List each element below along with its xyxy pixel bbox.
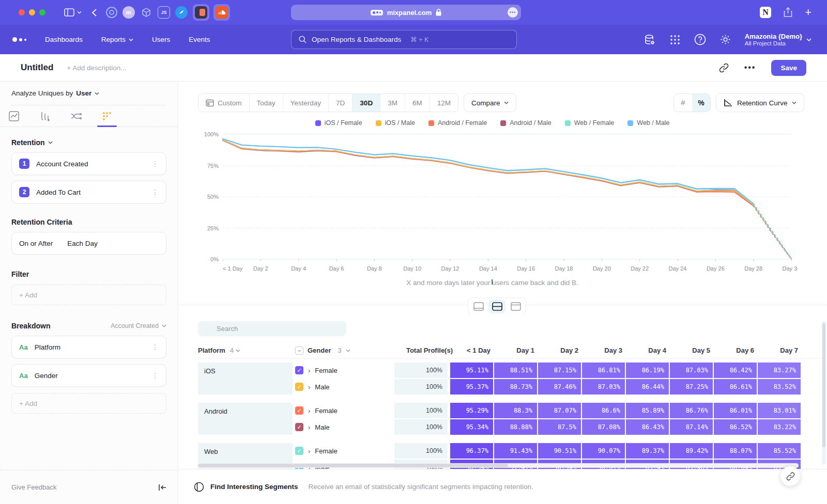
collapse-sidebar-icon[interactable] — [158, 484, 166, 491]
retention-value-cell[interactable]: 88.07% — [714, 443, 757, 459]
add-filter-button[interactable]: + Add — [11, 285, 166, 305]
range-today[interactable]: Today — [250, 94, 283, 112]
back-icon[interactable] — [92, 9, 97, 17]
day-column-header[interactable]: Day 1 — [497, 346, 541, 354]
retention-value-cell[interactable]: 83.22% — [758, 419, 801, 435]
retention-value-cell[interactable]: 86.76% — [670, 403, 713, 418]
sidebar-toggle-icon[interactable] — [64, 8, 82, 17]
kebab-menu-icon[interactable]: ⋮ — [151, 188, 159, 196]
day-column-header[interactable]: Day 5 — [672, 346, 716, 354]
tab-insights[interactable] — [5, 105, 23, 127]
layout-table-only[interactable] — [507, 300, 524, 313]
retention-value-cell[interactable]: 86.43% — [626, 419, 669, 435]
save-button[interactable]: Save — [771, 60, 806, 76]
series-checkbox[interactable]: ✓ — [295, 447, 303, 455]
org-switcher[interactable]: Amazonia {Demo} All Project Data — [745, 33, 802, 46]
favicon-globe-icon[interactable] — [175, 6, 188, 19]
traffic-light-close[interactable] — [19, 9, 25, 15]
retention-value-cell[interactable]: 87.03% — [582, 379, 625, 395]
retention-value-cell[interactable]: 86.01% — [714, 403, 757, 418]
retention-value-cell[interactable]: 86.42% — [714, 363, 757, 378]
retention-criteria-card[interactable]: On or After Each Day — [11, 232, 166, 255]
copy-link-icon[interactable] — [719, 63, 729, 73]
nav-item-events[interactable]: Events — [189, 36, 210, 43]
notion-icon[interactable]: N — [760, 7, 771, 18]
legend-item[interactable]: Android / Female — [428, 119, 487, 127]
legend-item[interactable]: Web / Male — [627, 119, 669, 127]
retention-value-cell[interactable]: 95.11% — [450, 363, 493, 378]
retention-value-cell[interactable]: 87.08% — [582, 419, 625, 435]
legend-item[interactable]: Android / Male — [500, 119, 552, 127]
retention-value-cell[interactable]: 95.37% — [450, 379, 493, 395]
legend-item[interactable]: iOS / Female — [315, 119, 362, 127]
select-all-checkbox[interactable]: – — [295, 346, 303, 355]
gender-cell[interactable]: ✓›Male — [295, 423, 394, 431]
retention-value-cell[interactable]: 90.51% — [538, 443, 581, 459]
criteria-interval[interactable]: Each Day — [67, 240, 98, 247]
retention-value-cell[interactable]: 87.14% — [670, 419, 713, 435]
retention-value-cell[interactable]: 96.37% — [450, 443, 493, 459]
gender-cell[interactable]: ✓›Male — [295, 383, 394, 391]
more-options-icon[interactable]: ••• — [744, 63, 756, 72]
retention-value-cell[interactable]: 90.07% — [582, 443, 625, 459]
retention-value-cell[interactable]: 86.19% — [626, 363, 669, 378]
retention-value-cell[interactable]: 83.27% — [758, 363, 801, 378]
series-checkbox[interactable]: ✓ — [295, 406, 303, 415]
compare-button[interactable]: Compare — [464, 93, 517, 112]
new-tab-icon[interactable]: + — [805, 6, 811, 19]
nav-item-users[interactable]: Users — [152, 36, 170, 43]
retention-value-cell[interactable]: 88.88% — [494, 419, 537, 435]
favicon-reader-tab[interactable] — [193, 4, 209, 21]
table-search-input[interactable] — [198, 321, 346, 336]
platform-cell[interactable]: iOS — [198, 363, 293, 395]
segments-title[interactable]: Find Interesting Segments — [210, 483, 298, 491]
legend-item[interactable]: iOS / Male — [376, 119, 415, 127]
expand-chevron-icon[interactable]: › — [308, 407, 310, 415]
retention-step-1[interactable]: 1 Account Created ⋮ — [11, 152, 166, 175]
tab-funnels[interactable] — [36, 105, 54, 127]
day-column-header[interactable]: Day 7 — [760, 346, 804, 354]
breakdown-platform[interactable]: Aa Platform ⋮ — [11, 336, 166, 358]
retention-value-cell[interactable]: 89.42% — [670, 443, 713, 459]
retention-value-cell[interactable]: 86.52% — [714, 419, 757, 435]
retention-value-cell[interactable]: 83.01% — [758, 403, 801, 418]
absolute-mode-button[interactable]: # — [674, 94, 692, 112]
retention-value-cell[interactable]: 85.89% — [626, 403, 669, 418]
range-3m[interactable]: 3M — [380, 94, 405, 112]
favicon-js-icon[interactable]: JS — [158, 6, 170, 19]
retention-value-cell[interactable]: 91.43% — [494, 443, 537, 459]
gender-cell[interactable]: ✓›Female — [295, 366, 394, 374]
retention-value-cell[interactable]: 88.3% — [494, 403, 537, 418]
expand-chevron-icon[interactable]: › — [308, 367, 310, 374]
day-column-header[interactable]: Day 2 — [541, 346, 585, 354]
range-30d[interactable]: 30D — [353, 94, 380, 112]
gender-column-header[interactable]: – Gender 3 — [295, 346, 397, 355]
expand-chevron-icon[interactable]: › — [308, 423, 310, 431]
gender-cell[interactable]: ✓›Female — [295, 406, 394, 415]
nav-item-dashboards[interactable]: Dashboards — [45, 36, 83, 43]
kebab-menu-icon[interactable]: ⋮ — [151, 371, 159, 380]
retention-value-cell[interactable]: 89.37% — [626, 443, 669, 459]
help-icon[interactable] — [694, 34, 706, 45]
data-management-icon[interactable] — [644, 34, 656, 46]
floating-share-link-button[interactable] — [780, 466, 800, 486]
retention-value-cell[interactable]: 87.15% — [538, 363, 581, 378]
platform-cell[interactable]: Android — [198, 403, 293, 435]
retention-value-cell[interactable]: 87.46% — [538, 379, 581, 395]
platform-column-header[interactable]: Platform 4 — [198, 346, 295, 354]
favicon-cube-icon[interactable] — [140, 6, 152, 19]
traffic-light-minimize[interactable] — [29, 9, 35, 15]
retention-value-cell[interactable]: 87.03% — [670, 363, 713, 378]
favicon-m-icon[interactable]: m — [122, 6, 135, 19]
range-7d[interactable]: 7D — [329, 94, 353, 112]
mixpanel-logo[interactable] — [12, 37, 26, 42]
settings-gear-icon[interactable] — [719, 34, 731, 45]
layout-split[interactable] — [488, 300, 506, 313]
day-column-header[interactable]: Day 3 — [585, 346, 629, 354]
retention-value-cell[interactable]: 88.51% — [494, 363, 537, 378]
tab-retention[interactable] — [98, 105, 116, 127]
kebab-menu-icon[interactable]: ⋮ — [151, 343, 159, 351]
tab-flows[interactable] — [67, 105, 85, 127]
series-checkbox[interactable]: ✓ — [295, 366, 303, 374]
total-profiles-header[interactable]: Total Profile(s) — [397, 346, 453, 354]
